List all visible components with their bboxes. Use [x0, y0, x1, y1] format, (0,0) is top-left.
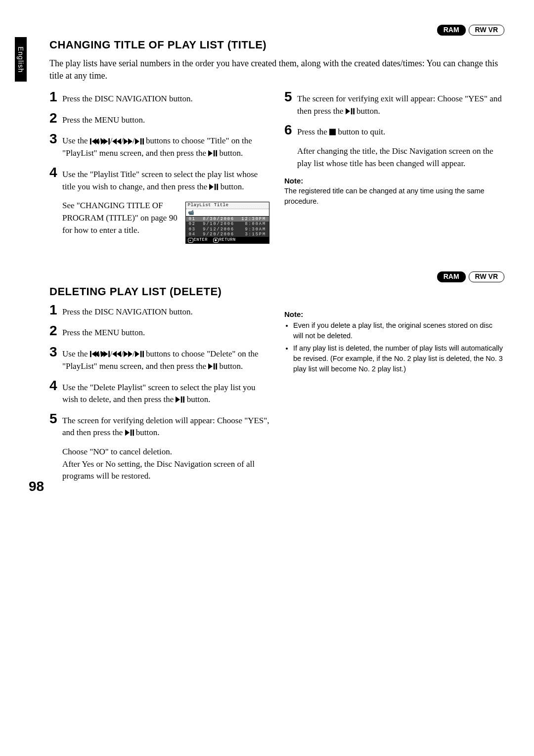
step-number: 1: [49, 90, 62, 104]
s2-step4: 4 Use the "Delete Playlist" screen to se…: [49, 380, 269, 406]
language-tab: English: [15, 37, 27, 82]
screenshot-footer: ▸ENTER ■RETURN: [186, 237, 269, 243]
stop-icon: [329, 129, 336, 135]
s2-step3: 3 Use the //// buttons to choose "Delete…: [49, 346, 269, 373]
s1-step6: 6 Press the button to quit.: [284, 124, 504, 138]
heading-delete: DELETING PLAY LIST (DELETE): [49, 285, 504, 298]
see-reference: See "CHANGING TITLE OF PROGRAM (TITLE)" …: [62, 200, 180, 236]
enter-icon: ▸: [188, 238, 193, 243]
play-pause-icon: [125, 429, 134, 436]
note-bullet: Even if you delete a play list, the orig…: [293, 320, 504, 341]
step-number: 3: [49, 132, 62, 146]
badge-rwvr: RW VR: [469, 25, 504, 36]
page-number: 98: [29, 479, 44, 494]
play-pause-icon: [209, 183, 218, 190]
step-number: 4: [49, 166, 62, 179]
s1-step3: 3 Use the //// buttons to choose "Title"…: [49, 133, 269, 160]
after-change-note: After changing the title, the Disc Navig…: [297, 145, 504, 170]
playlist-title-screenshot: PlayList Title 📹 01 8/30/2006 12:30PM 02…: [185, 202, 269, 244]
prev-track-icon: [90, 138, 99, 145]
fast-forward-icon: [124, 351, 133, 357]
nav-icons-group: ////: [90, 135, 144, 147]
note-list: Even if you delete a play list, the orig…: [284, 320, 504, 374]
badge-row-2: RAM RW VR: [49, 271, 504, 282]
badge-ram: RAM: [437, 25, 466, 36]
step-number: 3: [49, 345, 62, 359]
badge-rwvr: RW VR: [469, 271, 504, 282]
play-pause-icon: [135, 351, 144, 357]
step-number: 4: [49, 379, 62, 393]
badge-row-1: RAM RW VR: [49, 25, 504, 36]
next-track-icon: [101, 351, 110, 357]
s1-step4: 4 Use the "Playlist Title" screen to sel…: [49, 167, 269, 193]
intro-change-title: The play lists have serial numbers in th…: [49, 57, 504, 82]
s2-step2: 2 Press the MENU button.: [49, 325, 269, 339]
screenshot-row: 04 9/20/2006 3:15PM: [186, 232, 269, 237]
s2-step5: 5 The screen for verifying deletion will…: [49, 413, 269, 439]
camera-icon: 📹: [186, 209, 269, 216]
return-icon: ■: [213, 238, 219, 243]
screenshot-row: 01 8/30/2006 12:30PM: [186, 217, 269, 222]
note-heading: Note:: [284, 310, 504, 318]
step-number: 2: [49, 324, 62, 338]
s2-step1: 1 Press the DISC NAVIGATION button.: [49, 304, 269, 318]
fast-forward-icon: [124, 138, 133, 145]
nav-icons-group: ////: [90, 348, 144, 360]
note-text: The registered title can be changed at a…: [284, 186, 504, 207]
s1-step1: 1 Press the DISC NAVIGATION button.: [49, 91, 269, 105]
step-number: 5: [284, 90, 297, 104]
rewind-icon: [112, 138, 121, 145]
step-number: 2: [49, 111, 62, 125]
play-pause-icon: [208, 363, 217, 370]
play-pause-icon: [346, 108, 355, 115]
step-number: 5: [49, 412, 62, 426]
play-pause-icon: [208, 150, 217, 157]
rewind-icon: [112, 351, 121, 357]
play-pause-icon: [176, 396, 184, 403]
next-track-icon: [101, 138, 110, 145]
s2-step5-extra: Choose "NO" to cancel deletion. After Ye…: [62, 446, 269, 483]
note-bullet: If any play list is deleted, the number …: [293, 343, 504, 374]
step-number: 6: [284, 123, 297, 137]
note-heading: Note:: [284, 177, 504, 185]
s1-step2: 2 Press the MENU button.: [49, 112, 269, 127]
screenshot-row: 03 9/12/2006 9:30AM: [186, 227, 269, 232]
badge-ram: RAM: [437, 271, 466, 282]
screenshot-row: 02 9/10/2006 8:00AM: [186, 222, 269, 226]
prev-track-icon: [90, 351, 99, 357]
play-pause-icon: [135, 138, 144, 145]
screenshot-title: PlayList Title: [186, 202, 269, 209]
step-number: 1: [49, 303, 62, 317]
s1-step5: 5 The screen for verifying exit will app…: [284, 91, 504, 117]
heading-change-title: CHANGING TITLE OF PLAY LIST (TITLE): [49, 39, 504, 51]
